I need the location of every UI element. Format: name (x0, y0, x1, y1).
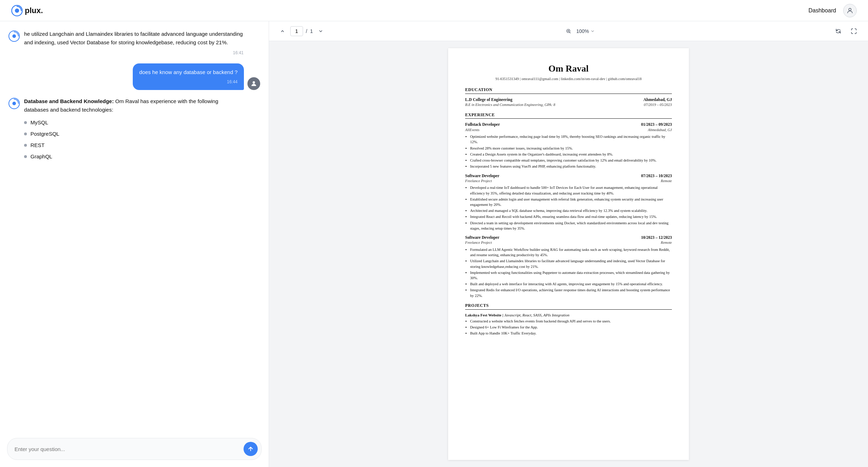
pdf-content[interactable]: Om Raval 91-6351531349 | omraval111@gmai… (269, 41, 868, 467)
pdf-toolbar-actions (833, 26, 860, 37)
resume-job-1-location: Ahmedabad, GJ (648, 128, 672, 133)
resume-job-3-bullet-1: Formulated an LLM Agentic Workflow build… (470, 247, 672, 258)
main-layout: he utilized Langchain and Llamaindex lib… (0, 21, 868, 467)
resume-projects-title: Projects (465, 303, 672, 310)
user-message-1-time: 16:44 (139, 79, 238, 85)
tech-item-graphql: GraphQL (24, 151, 244, 162)
pdf-zoom-value: 100% (576, 28, 589, 34)
resume-edu-sub: B.E in Electronics and Communication Eng… (465, 102, 672, 108)
user-bubble-1: does he know any database or backend ? 1… (133, 63, 244, 90)
resume-edu-header: L.D College of Engineering Ahmedabad, GJ (465, 97, 672, 102)
chat-messages: he utilized Langchain and Llamaindex lib… (0, 21, 269, 432)
tech-item-postgresql: PostgreSQL (24, 128, 244, 140)
svg-point-5 (253, 81, 255, 84)
pdf-zoom-in-button[interactable] (564, 26, 573, 36)
send-icon (247, 446, 254, 452)
user-avatar-button[interactable] (843, 4, 857, 17)
user-silhouette-icon (250, 80, 257, 87)
chat-input[interactable] (15, 446, 241, 452)
pdf-total-pages: 1 (310, 28, 313, 34)
bot-bubble-2: Database and Backend Knowledge: Om Raval… (24, 97, 244, 162)
resume-job-1-bullets: Optimized website performance, reducing … (465, 134, 672, 169)
resume-job-3-bullet-2: Utilized Langchain and Llamaindex librar… (470, 258, 672, 269)
dashboard-label: Dashboard (809, 7, 836, 14)
resume-job-1-bullet-2: Resolved 28% more customer issues, incre… (470, 146, 672, 151)
chat-input-area (0, 432, 269, 467)
resume-job-1-bullet-4: Crafted cross-browser compatible email t… (470, 158, 672, 163)
resume-job-3-bullet-3: Implemented web scraping functionalities… (470, 270, 672, 281)
user-icon (846, 7, 853, 14)
resume-project-1-bullet-2: Designed 6+ Low Fi Wireframes for the Ap… (470, 325, 672, 330)
resume-job-3-bullets: Formulated an LLM Agentic Workflow build… (465, 247, 672, 298)
svg-point-4 (12, 34, 16, 38)
resume-job-1-header: Fullstack Developer 01/2023 – 09/2023 (465, 122, 672, 127)
svg-point-7 (12, 102, 16, 105)
resume-job-1-bullet-5: Incorporated 5 new features using VueJS … (470, 164, 672, 169)
header: plux. Dashboard (0, 0, 868, 21)
resume-education-title: Education (465, 87, 672, 94)
resume-job-3-company: Freelance Project (465, 240, 492, 246)
resume-job-3-dates: 10/2023 – 12/2023 (641, 235, 672, 240)
tech-item-mysql: MySQL (24, 117, 244, 128)
resume-job-2-bullet-1: Developed a real-time IoT dashboard to h… (470, 185, 672, 196)
send-button[interactable] (244, 442, 258, 456)
resume-experience-title: Experience (465, 112, 672, 119)
chat-panel: he utilized Langchain and Llamaindex lib… (0, 21, 269, 467)
resume-job-2-header: Software Developer 07/2023 – 10/2023 (465, 173, 672, 179)
resume-job-2-bullets: Developed a real-time IoT dashboard to h… (465, 185, 672, 231)
resume-project-1-bullets: Constructed a website which fetches even… (465, 319, 672, 336)
bot-avatar-icon (8, 30, 20, 42)
resume-job-1-company: AllEvents (465, 128, 479, 133)
resume-job-3-bullet-4: Built and deployed a web interface for i… (470, 281, 672, 287)
header-right: Dashboard (809, 4, 857, 17)
resume-job-2: Software Developer 07/2023 – 10/2023 Fre… (465, 173, 672, 231)
resume-project-1-bullet-1: Constructed a website which fetches even… (470, 319, 672, 324)
resume-job-3-sub: Freelance Project Remote (465, 240, 672, 246)
resume-job-3-header: Software Developer 10/2023 – 12/2023 (465, 235, 672, 240)
resume-job-2-sub: Freelance Project Remote (465, 179, 672, 184)
resume-edu-location: Ahmedabad, GJ (643, 97, 672, 102)
resume-job-2-bullet-4: Integrated React and Recoil with backend… (470, 214, 672, 219)
resume-job-2-bullet-5: Directed a team in setting up developmen… (470, 220, 672, 231)
pdf-page-separator: / (306, 28, 307, 34)
bot-message-2-text: Database and Backend Knowledge: Om Raval… (24, 97, 244, 114)
pdf-toolbar: / 1 100% (269, 21, 868, 41)
plux-logo-icon (11, 5, 23, 16)
logo-area: plux. (11, 5, 43, 16)
pdf-fullscreen-button[interactable] (848, 26, 860, 37)
resume-job-2-company: Freelance Project (465, 179, 492, 184)
chat-input-row (7, 438, 262, 460)
bot-message-2: Database and Backend Knowledge: Om Raval… (8, 97, 260, 162)
user-message-1: does he know any database or backend ? 1… (8, 63, 260, 90)
user-avatar (247, 77, 260, 90)
pdf-page-input[interactable] (290, 26, 303, 36)
tech-list: MySQL PostgreSQL REST GraphQL (24, 117, 244, 162)
pdf-refresh-button[interactable] (833, 26, 844, 37)
resume-name: Om Raval (465, 62, 672, 75)
pdf-panel: / 1 100% (269, 21, 868, 467)
resume-job-2-bullet-2: Established secure admin login and user … (470, 197, 672, 207)
resume-job-2-role: Software Developer (465, 173, 499, 179)
logo-text: plux. (25, 6, 43, 15)
resume-job-1-dates: 01/2023 – 09/2023 (641, 122, 672, 127)
bot-bubble-1: he utilized Langchain and Llamaindex lib… (24, 30, 244, 56)
pdf-zoom-area: 100% (564, 26, 595, 36)
zoom-dropdown-icon (590, 29, 595, 33)
resume-project-1-title: Lakshya Fest Website | Javascript, React… (465, 313, 672, 318)
resume-project-1-bullet-3: Built App to Handle 10K+ Traffic Everyda… (470, 331, 672, 336)
resume-job-1-bullet-1: Optimized website performance, reducing … (470, 134, 672, 145)
pdf-next-button[interactable] (316, 26, 326, 36)
pdf-nav: / 1 (278, 26, 326, 36)
resume-job-1: Fullstack Developer 01/2023 – 09/2023 Al… (465, 122, 672, 169)
resume-job-3-bullet-5: Integrated Redis for enhanced I/O operat… (470, 287, 672, 298)
svg-point-2 (849, 8, 851, 11)
resume-job-2-location: Remote (661, 179, 672, 184)
resume-document: Om Raval 91-6351531349 | omraval111@gmai… (448, 48, 689, 460)
resume-edu-dates: 07/2019 – 05/2023 (644, 102, 672, 108)
chevron-down-icon (318, 29, 323, 34)
pdf-zoom-display[interactable]: 100% (576, 28, 595, 34)
fullscreen-icon (851, 28, 857, 34)
resume-education-entry: L.D College of Engineering Ahmedabad, GJ… (465, 97, 672, 108)
pdf-prev-button[interactable] (278, 26, 287, 36)
refresh-icon (835, 28, 841, 34)
